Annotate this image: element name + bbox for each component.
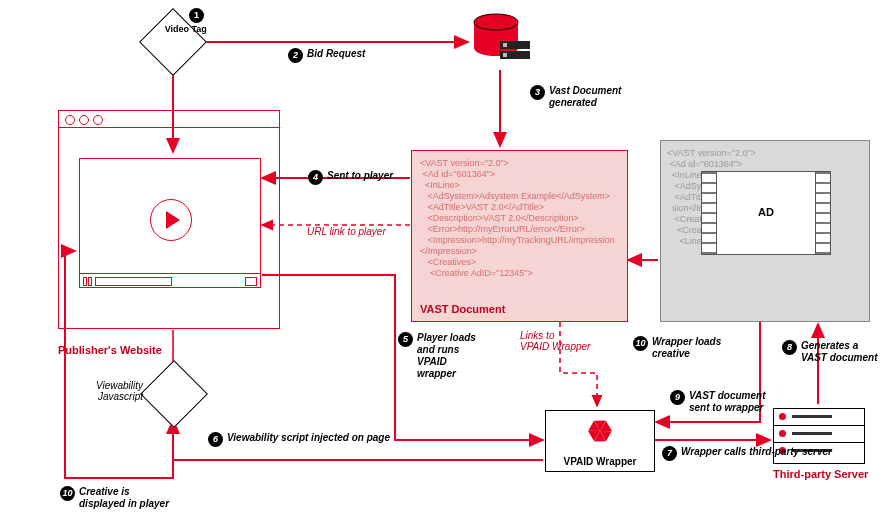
step-4: 4Sent to player: [308, 170, 393, 185]
vast-document: <VAST version="2.0"> <Ad id="601364"> <I…: [411, 150, 628, 322]
video-player: [79, 158, 261, 288]
play-icon: [150, 199, 192, 241]
browser-chrome: [58, 110, 280, 128]
video-tag-label: Video Tag: [163, 24, 209, 34]
step-10b: 10Creative is displayed in player: [60, 486, 169, 510]
step-9: 9VAST document sent to wrapper: [670, 390, 765, 414]
svg-rect-6: [503, 53, 507, 57]
step-1-badge: 1: [189, 8, 204, 23]
step-2: 2Bid Request: [288, 48, 365, 63]
vpaid-hex-icon: [586, 417, 614, 447]
step-10a: 10Wrapper loads creative: [633, 336, 721, 360]
database-icon: [470, 13, 532, 67]
step-6: 6Viewability script injected on page: [208, 432, 390, 447]
ad-creative: AD: [701, 171, 831, 255]
vast-document-title: VAST Document: [420, 303, 505, 315]
step-5: 5Player loads and runs VPAID wrapper: [398, 332, 476, 380]
svg-rect-5: [503, 43, 507, 47]
viewability-node: [150, 370, 198, 418]
viewability-label: Viewability Javascript: [95, 380, 143, 402]
publisher-website: [58, 127, 280, 329]
vpaid-wrapper: VPAID Wrapper: [545, 410, 655, 472]
step-8: 8Generates a VAST document: [782, 340, 877, 364]
annotation-links-vpaid: Links to VPAID Wrapper: [520, 330, 590, 352]
publisher-website-label: Publisher's Website: [58, 344, 162, 356]
vpaid-wrapper-label: VPAID Wrapper: [546, 456, 654, 467]
video-controls-bar: [80, 273, 260, 288]
third-party-document: <VAST version="2.0"> <Ad id="601364"> <I…: [660, 140, 870, 322]
step-3: 3Vast Document generated: [530, 85, 621, 109]
video-tag-node: Video Tag: [149, 18, 197, 66]
ad-label: AD: [702, 206, 830, 218]
vast-document-code: <VAST version="2.0"> <Ad id="601364"> <I…: [420, 158, 621, 279]
third-party-server-label: Third-party Server: [773, 468, 868, 480]
step-7: 7Wrapper calls third-party server: [662, 446, 832, 461]
annotation-url-link: URL link to player: [307, 226, 386, 237]
